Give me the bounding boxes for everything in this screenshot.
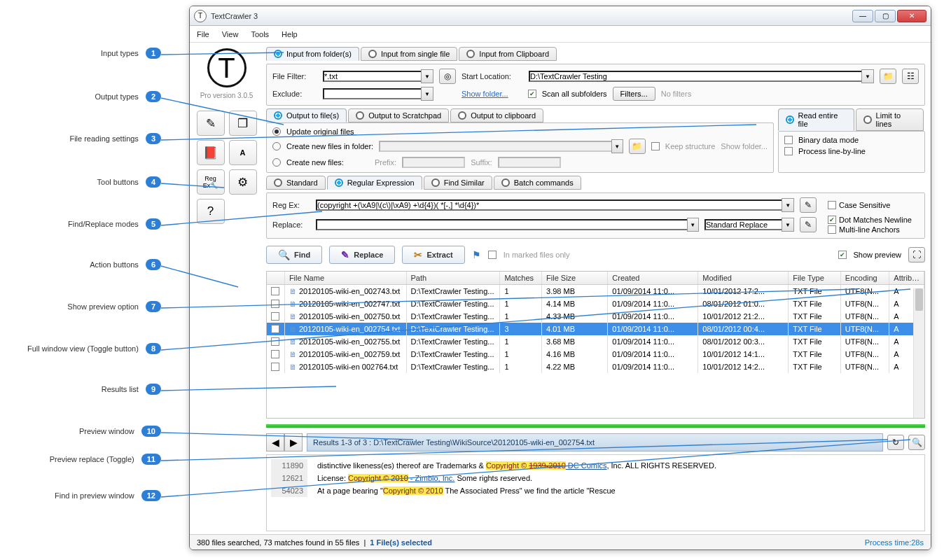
next-result-button[interactable]: ▶ bbox=[284, 433, 303, 451]
preview-replace-toggle-icon[interactable]: ↻ bbox=[887, 435, 904, 450]
col-created[interactable]: Created bbox=[608, 272, 698, 284]
tab-output-scratchpad[interactable]: Output to Scratchpad bbox=[348, 108, 449, 122]
dot-newline-checkbox[interactable] bbox=[828, 216, 836, 224]
keep-structure-checkbox[interactable] bbox=[651, 142, 660, 150]
update-original-radio[interactable] bbox=[272, 127, 281, 136]
start-location-input[interactable] bbox=[529, 71, 861, 82]
dropdown-arrow-icon[interactable]: ▼ bbox=[782, 218, 794, 232]
table-row[interactable]: 🗎 20120105-wiki-en_002754.txt D:\TextCra… bbox=[267, 323, 924, 335]
filters-button[interactable]: Filters... bbox=[613, 87, 655, 101]
col-attributes[interactable]: Attributes bbox=[889, 272, 924, 284]
dropdown-arrow-icon[interactable]: ▼ bbox=[687, 218, 699, 232]
regex-tool-icon[interactable]: RegEx🔧 bbox=[197, 169, 225, 195]
dropdown-arrow-icon[interactable]: ▼ bbox=[421, 69, 433, 83]
exclude-input[interactable] bbox=[323, 88, 421, 99]
tab-mode-regex[interactable]: Regular Expression bbox=[327, 176, 422, 190]
binary-mode-checkbox[interactable] bbox=[784, 136, 793, 144]
col-modified[interactable]: Modified bbox=[698, 272, 789, 284]
replace-input[interactable] bbox=[316, 219, 687, 230]
case-sensitive-checkbox[interactable] bbox=[828, 201, 836, 209]
row-checkbox[interactable] bbox=[271, 312, 279, 321]
tab-input-clipboard[interactable]: Input from Clipboard bbox=[459, 47, 557, 61]
menu-tools[interactable]: Tools bbox=[251, 30, 269, 38]
preview-line[interactable]: 12621License: Copyright © 2010 - Zimbio,… bbox=[271, 472, 920, 484]
menu-view[interactable]: View bbox=[222, 30, 239, 38]
tab-input-folder[interactable]: Input from folder(s) bbox=[266, 47, 359, 61]
tab-output-clipboard[interactable]: Output to clipboard bbox=[450, 108, 543, 122]
browse-folder-icon[interactable]: 📁 bbox=[629, 139, 646, 154]
table-row[interactable]: 🗎 20120105-wiki-en_002755.txt D:\TextCra… bbox=[267, 335, 924, 348]
target-icon[interactable]: ◎ bbox=[439, 69, 456, 84]
replace-mode-select[interactable] bbox=[704, 219, 782, 230]
create-folder-radio[interactable] bbox=[272, 142, 281, 150]
scan-subfolders-checkbox[interactable] bbox=[528, 90, 536, 98]
replace-button[interactable]: ✎Replace bbox=[329, 246, 395, 264]
edit-replace-icon[interactable]: ✎ bbox=[800, 217, 817, 232]
table-row[interactable]: 🗎 20120105-wiki-en 002764.txt D:\TextCra… bbox=[267, 360, 924, 373]
menu-help[interactable]: Help bbox=[282, 30, 298, 38]
fullscreen-toggle-icon[interactable]: ⛶ bbox=[908, 247, 925, 262]
minimize-button[interactable]: — bbox=[852, 10, 873, 22]
multiline-checkbox[interactable] bbox=[828, 225, 836, 234]
row-checkbox[interactable] bbox=[271, 325, 279, 333]
row-checkbox[interactable] bbox=[271, 300, 279, 308]
settings-gear-icon[interactable]: ⚙ bbox=[229, 169, 257, 195]
flag-icon[interactable]: ⚑ bbox=[472, 249, 481, 260]
version-label: Pro version 3.0.5 bbox=[200, 92, 254, 99]
col-path[interactable]: Path bbox=[407, 272, 501, 284]
file-filter-input[interactable] bbox=[323, 71, 421, 82]
preview-line[interactable]: 11890distinctive likeness(es) thereof ar… bbox=[271, 459, 920, 472]
edit-regex-icon[interactable]: ✎ bbox=[800, 197, 817, 213]
tab-read-entire[interactable]: Read entire file bbox=[778, 108, 854, 131]
extract-button[interactable]: ✂Extract bbox=[402, 246, 464, 264]
row-checkbox[interactable] bbox=[271, 287, 279, 295]
show-folder-link[interactable]: Show folder... bbox=[461, 90, 508, 98]
create-files-radio[interactable] bbox=[272, 158, 281, 167]
dropdown-arrow-icon[interactable]: ▼ bbox=[782, 198, 794, 212]
table-row[interactable]: 🗎 20120105-wiki-en_002747.txt D:\TextCra… bbox=[267, 298, 924, 310]
marked-only-checkbox[interactable] bbox=[488, 251, 497, 259]
regex-input[interactable] bbox=[316, 200, 782, 211]
book-tool-icon[interactable]: 📕 bbox=[197, 140, 225, 165]
help-tool-icon[interactable]: ? bbox=[197, 199, 225, 224]
tab-mode-similar[interactable]: Find Similar bbox=[424, 176, 492, 190]
tab-mode-standard[interactable]: Standard bbox=[266, 176, 326, 190]
maximize-button[interactable]: ▢ bbox=[875, 10, 896, 22]
scrollbar-thumb[interactable] bbox=[915, 288, 923, 311]
row-checkbox[interactable] bbox=[271, 337, 279, 346]
splitter[interactable] bbox=[266, 424, 925, 428]
row-checkbox[interactable] bbox=[271, 363, 279, 371]
line-by-line-checkbox[interactable] bbox=[784, 147, 793, 155]
row-checkbox[interactable] bbox=[271, 350, 279, 358]
table-row[interactable]: 🗎 20120105-wiki-en_002750.txt D:\TextCra… bbox=[267, 310, 924, 323]
col-matches[interactable]: Matches bbox=[500, 272, 542, 284]
dropdown-arrow-icon[interactable]: ▼ bbox=[421, 87, 433, 101]
col-size[interactable]: File Size bbox=[542, 272, 608, 284]
prev-result-button[interactable]: ◀ bbox=[266, 433, 284, 451]
dropdown-arrow-icon[interactable]: ▼ bbox=[861, 69, 874, 83]
col-file-name[interactable]: File Name bbox=[285, 272, 407, 284]
edit-tool-icon[interactable]: ✎ bbox=[197, 111, 225, 136]
table-row[interactable]: 🗎 20120105-wiki-en_002759.txt D:\TextCra… bbox=[267, 348, 924, 360]
tab-output-files[interactable]: Output to file(s) bbox=[266, 108, 347, 122]
tab-input-single[interactable]: Input from single file bbox=[361, 47, 457, 61]
close-button[interactable]: ✕ bbox=[897, 10, 926, 22]
titlebar[interactable]: T TextCrawler 3 — ▢ ✕ bbox=[190, 6, 931, 26]
tab-mode-batch[interactable]: Batch commands bbox=[494, 176, 581, 190]
scan-subfolders-label: Scan all subfolders bbox=[542, 90, 607, 98]
menu-file[interactable]: File bbox=[197, 30, 209, 38]
browse-folder-icon[interactable]: 📁 bbox=[880, 69, 896, 84]
font-tool-icon[interactable]: A bbox=[229, 140, 257, 165]
tree-icon[interactable]: ☷ bbox=[902, 69, 919, 84]
col-type[interactable]: File Type bbox=[789, 272, 840, 284]
preview-line[interactable]: 54023At a page bearing "Copyright © 2010… bbox=[271, 484, 920, 497]
show-preview-checkbox[interactable] bbox=[838, 251, 847, 259]
window-tool-icon[interactable]: ❐ bbox=[229, 111, 257, 136]
find-button[interactable]: 🔍Find bbox=[266, 246, 322, 264]
output-tabs: Output to file(s) Output to Scratchpad O… bbox=[266, 108, 774, 122]
scrollbar[interactable] bbox=[913, 288, 924, 418]
tab-read-limit[interactable]: Limit to lines bbox=[856, 108, 924, 131]
table-row[interactable]: 🗎 20120105-wiki-en_002743.txt D:\TextCra… bbox=[267, 285, 924, 298]
find-in-preview-icon[interactable]: 🔍 bbox=[908, 435, 925, 450]
col-encoding[interactable]: Encoding bbox=[841, 272, 890, 284]
